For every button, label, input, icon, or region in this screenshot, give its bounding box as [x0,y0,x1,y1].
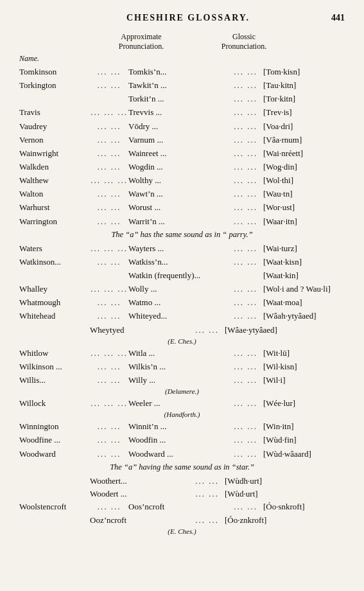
table-row: Tomkinson... ...Tomkis’n...... ...[Tom·k… [19,66,345,78]
woodward-sub-row: Woodert ...... ...[Wùd·urt] [19,488,345,500]
table-row: Torkington... ...Tawkit’n ...... ...[Tau… [19,79,345,92]
entry-name: Vernon [19,134,90,146]
entry-name: Wilkinson ... [19,360,90,373]
table-row: Whitehead... ...Whiteyed...... ...[Wâah·… [19,310,345,322]
entry-approx: Tomkis’n... [128,66,228,78]
entry-name: Warhurst [19,201,90,214]
woodward-subs: Woothert...... ...[Wùdh·urt]Woodert ....… [19,475,345,500]
entry-dots1: ... ... [90,215,128,228]
entry-name: Walthew [19,174,90,187]
entry-glossic: [Wol·i and ? Wau·li] [263,283,345,296]
table-row: Willis...... ...Willy ...... ...[Wil·i] [19,374,345,387]
entry-dots2: ... ... [228,420,263,433]
entry-dots1: ... ... [90,120,128,133]
entry-glossic: [Tom·kisn] [263,66,345,78]
willis-label: (Delamere.) [19,387,345,395]
entry-name: Willis... [19,374,90,387]
table-row: Woodward... ...Woodward ...... ...[Wùd·w… [19,448,345,461]
entry-dots2: ... ... [228,347,263,360]
entry-glossic: [Win·itn] [263,420,345,433]
table-row: Wainwright... ...Wainreet ...... ...[Wai… [19,147,345,160]
entry-dots2: ... ... [228,120,263,133]
table-row: Warhurst... ...Worust ...... ...[Wor·ust… [19,201,345,214]
entry-dots1: ... ... [90,500,128,513]
table-row: Watkin (frequently)...[Waat·kin] [19,269,345,282]
whitehead-sub-approx: Wheytyed [90,324,189,337]
entry-dots1: ... ... [90,201,128,214]
entry-glossic: [Wùd·wâaard] [263,448,345,461]
sub-glossic: [Wùd·urt] [225,488,345,500]
entry-dots1: ... ... [90,434,128,446]
woolsten-sub-dots: ... ... [189,514,225,527]
entry-glossic: [Waat·moa] [263,296,345,309]
table-row: Whitlow... ... ...Witla ...... ...[Wit·l… [19,347,345,360]
entry-approx: Wayters ... [128,242,228,255]
entry-dots1: ... ... ... [90,174,128,187]
entry-glossic: [Wil·i] [263,374,345,387]
table-row: Watkinson...... ...Watkiss’n...... ...[W… [19,256,345,269]
entry-approx: Wolthy ... [128,174,228,187]
entry-name: Woodfine ... [19,434,90,446]
entries-group1: Tomkinson... ...Tomkis’n...... ...[Tom·k… [19,66,345,228]
page-title: CHESHIRE GLOSSARY. [45,13,331,23]
entry-dots2: ... ... [228,397,263,410]
entry-dots1: ... ... [90,374,128,387]
entry-approx: Trevvis ... [128,106,228,119]
entry-glossic: [Wée·lur] [263,397,345,410]
note1: The “a” has the same sound as in “ parry… [19,230,345,240]
entry-dots2: ... ... [228,242,263,255]
woodward-sub-row: Woothert...... ...[Wùdh·urt] [19,475,345,488]
note2: The “a” having the same sound as in “sta… [19,463,345,472]
approx-header: Approximate Pronunciation. [90,32,193,51]
entry-glossic: [Waat·kin] [263,269,345,282]
sub-approx: Woodert ... [90,488,189,500]
willock-label: (Handforth.) [19,410,345,418]
whitehead-sub-dots: ... ... [189,324,225,337]
entries-group5: Winnington... ...Winnit’n ...... ...[Win… [19,420,345,460]
entry-glossic: [Wùd·fin] [263,434,345,446]
entry-glossic: [Wai·nréett] [263,147,345,160]
entry-dots2: ... ... [228,79,263,92]
entry-name: Woodward [19,448,90,461]
entry-glossic: [Waar·itn] [263,215,345,228]
woolsten-sub-label: (E. Ches.) [19,527,345,535]
entry-approx: Wogdin ... [128,161,228,173]
entry-dots1: ... ... [90,188,128,200]
entry-approx: Vōdry ... [128,120,228,133]
entry-name: Warrington [19,215,90,228]
entry-glossic: [Wai·turz] [263,242,345,255]
entry-dots2: ... ... [228,283,263,296]
entry-approx: Weeler ... [128,397,228,410]
entry-dots2: ... ... [228,134,263,146]
entry-approx: Wilkis’n ... [128,360,228,373]
table-row: Vernon... ...Varnum ...... ...[Vâa·rnum] [19,134,345,146]
entry-dots1: ... ... ... [90,283,128,296]
entry-glossic: [Tor·kitn] [263,93,345,105]
table-row: Waters... ... ...Wayters ...... ...[Wai·… [19,242,345,255]
table-row: Wilkinson ...... ...Wilkis’n ...... ...[… [19,360,345,373]
woolsten-sub-approx: Ooz’ncroft [90,514,189,527]
table-row: Whatmough... ...Watmo ...... ...[Waat·mo… [19,296,345,309]
entries-group4: Willock... ... ...Weeler ...... ...[Wée·… [19,397,345,410]
whitehead-sub-label: (E. Ches.) [19,337,345,345]
entry-approx: Watkin (frequently)... [128,269,228,282]
column-headers: Approximate Pronunciation. Glossic Pronu… [19,32,345,51]
entry-name: Travis [19,106,90,119]
entry-dots1: ... ... [90,420,128,433]
table-row: Whalley... ... ...Wolly ...... ...[Wol·i… [19,283,345,296]
entry-dots2: ... ... [228,161,263,173]
entry-name: Watkinson... [19,256,90,269]
entry-glossic: [Voa·dri] [263,120,345,133]
entry-approx: Worust ... [128,201,228,214]
entry-glossic: [Tau·kitn] [263,79,345,92]
page-number: 441 [331,13,345,23]
table-row: Travis... ... ...Trevvis ...... ...[Trev… [19,106,345,119]
whitehead-sub-glossic: [Wâae·ytyâaed] [225,324,345,337]
entry-glossic: [Wil·kisn] [263,360,345,373]
entry-dots1: ... ... [90,310,128,322]
entry-dots2: ... ... [228,360,263,373]
entry-dots2: ... ... [228,201,263,214]
entry-name: Vaudrey [19,120,90,133]
entry-glossic: [Wol·thi] [263,174,345,187]
entry-dots2: ... ... [228,93,263,105]
